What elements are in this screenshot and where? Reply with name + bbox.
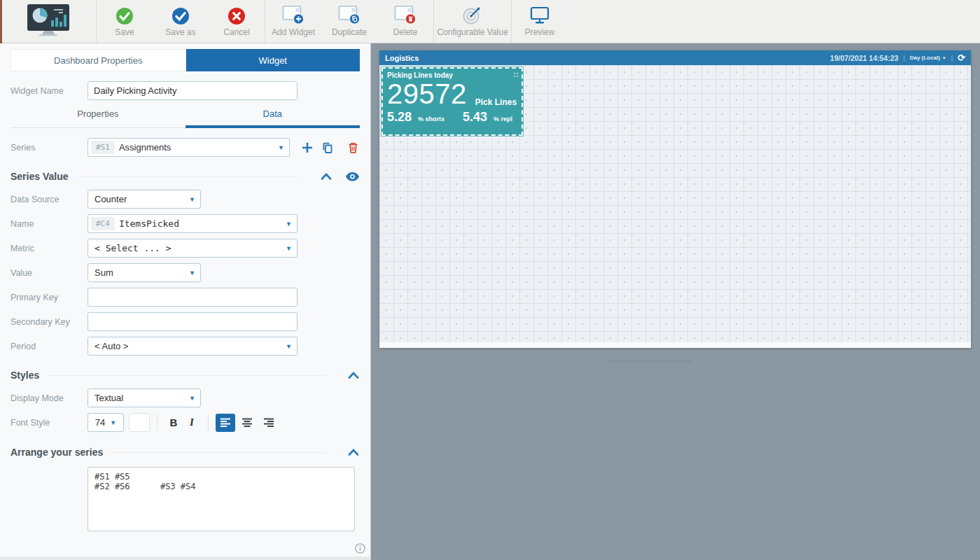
subtab-properties[interactable]: Properties	[10, 108, 186, 128]
stat-label: % shorts	[418, 115, 444, 122]
dashboard-title: Logistics	[385, 54, 419, 62]
tab-dashboard-properties[interactable]: Dashboard Properties	[10, 49, 186, 71]
font-color-swatch[interactable]	[129, 413, 150, 432]
align-center-icon	[241, 418, 253, 428]
widget-title: Picking Lines today	[383, 69, 522, 79]
name-select[interactable]: #C4 ItemsPicked ▼	[88, 214, 298, 233]
header-divider: |	[903, 55, 904, 62]
series-select[interactable]: #S1 Assignments ▼	[88, 138, 290, 157]
dashboard-header-meta: 19/07/2021 14:54:23 | Day (Local) ▼ | ⟳	[830, 53, 965, 62]
app-logo	[0, 0, 96, 43]
visibility-toggle-button[interactable]	[345, 172, 360, 182]
data-source-select[interactable]: Counter ▼	[88, 190, 201, 209]
arrange-series-textarea[interactable]: #S1 #S5 #S2 #S6 #S3 #S4	[88, 467, 355, 531]
display-mode-select[interactable]: Textual ▼	[88, 388, 201, 407]
duplicate-window-copy-icon	[338, 6, 361, 25]
save-button[interactable]: Save	[97, 0, 153, 43]
stat-value: 5.28	[387, 110, 412, 125]
secondary-key-label: Secondary Key	[10, 317, 88, 327]
styles-section-header: Styles	[0, 368, 370, 382]
collapse-arrange-button[interactable]	[347, 448, 360, 456]
period-row: Period < Auto > ▼	[0, 337, 370, 356]
chevron-down-icon: ▼	[942, 56, 946, 60]
period-selector[interactable]: Day (Local) ▼	[910, 55, 946, 61]
name-label: Name	[10, 219, 88, 229]
add-widget-label: Add Widget	[272, 27, 315, 37]
chevron-up-icon	[320, 172, 332, 181]
value-row: Value Sum ▼	[0, 263, 370, 282]
name-row: Name #C4 ItemsPicked ▼	[0, 214, 370, 233]
panel-info-button[interactable]	[355, 543, 365, 554]
font-style-label: Font Style	[10, 418, 88, 428]
primary-key-input[interactable]	[88, 288, 298, 307]
chevron-down-icon: ▼	[286, 220, 292, 227]
chevron-down-icon: ▼	[189, 395, 195, 402]
arrange-section-header: Arrange your series	[0, 445, 370, 459]
name-badge: #C4	[91, 217, 115, 230]
panel-subtabs: Properties Data	[10, 108, 360, 128]
chevron-down-icon: ▼	[286, 245, 292, 252]
chevron-up-icon	[347, 448, 360, 456]
refresh-icon[interactable]: ⟳	[958, 53, 965, 62]
value-select[interactable]: Sum ▼	[88, 263, 201, 282]
italic-button[interactable]: I	[183, 414, 201, 432]
cancel-button[interactable]: Cancel	[209, 0, 265, 43]
section-rule	[48, 375, 326, 376]
copy-series-button[interactable]	[321, 141, 335, 155]
name-select-value: ItemsPicked	[119, 218, 179, 229]
metric-select[interactable]: < Select ... > ▼	[88, 239, 298, 258]
period-label: Period	[10, 342, 88, 351]
save-as-check-icon	[172, 6, 190, 25]
delete-button[interactable]: Delete	[377, 0, 433, 43]
drag-grip-icon[interactable]	[514, 73, 515, 74]
eye-icon	[345, 172, 360, 182]
data-source-row: Data Source Counter ▼	[0, 190, 370, 209]
value-label: Value	[10, 268, 88, 278]
series-row: Series #S1 Assignments ▼	[0, 138, 370, 157]
chevron-down-icon: ▼	[286, 343, 292, 350]
duplicate-button[interactable]: Duplicate	[321, 0, 377, 43]
metric-row: Metric < Select ... > ▼	[0, 239, 370, 258]
delete-series-button[interactable]	[346, 141, 360, 155]
subtab-data[interactable]: Data	[186, 108, 360, 128]
font-size-select[interactable]: 74 ▼	[88, 413, 124, 432]
display-mode-select-value: Textual	[94, 393, 123, 403]
data-source-select-value: Counter	[94, 194, 127, 204]
collapse-styles-button[interactable]	[347, 371, 360, 379]
header-divider: |	[951, 55, 953, 62]
period-selector-value: Day (Local)	[910, 55, 940, 61]
data-source-label: Data Source	[10, 195, 88, 204]
secondary-key-input[interactable]	[88, 312, 298, 331]
series-value-section-header: Series Value	[0, 169, 370, 183]
cancel-label: Cancel	[223, 27, 249, 37]
align-right-button[interactable]	[259, 414, 279, 432]
picking-lines-widget[interactable]: Picking Lines today 29572 Pick Lines 5.2…	[382, 67, 523, 136]
window-edge-strip	[0, 0, 2, 43]
chevron-down-icon: ▼	[278, 144, 284, 151]
chevron-down-icon: ▼	[189, 270, 195, 276]
align-center-button[interactable]	[237, 414, 257, 432]
configurable-value-button[interactable]: Configurable Value	[434, 0, 511, 43]
tab-widget[interactable]: Widget	[186, 49, 360, 71]
preview-label: Preview	[525, 27, 555, 37]
preview-button[interactable]: Preview	[512, 0, 568, 43]
align-left-button[interactable]	[216, 414, 235, 432]
chevron-up-icon	[347, 371, 360, 379]
dashboard-stage: Logistics 19/07/2021 14:54:23 | Day (Loc…	[372, 43, 980, 560]
widget-name-label: Widget Name	[10, 86, 88, 96]
dashboard-canvas[interactable]: Picking Lines today 29572 Pick Lines 5.2…	[379, 65, 971, 342]
period-select[interactable]: < Auto > ▼	[88, 337, 298, 356]
save-as-button[interactable]: Save as	[153, 0, 209, 43]
collapse-series-value-button[interactable]	[320, 172, 332, 181]
dashboard-datetime: 19/07/2021 14:54:23	[830, 54, 899, 62]
add-series-button[interactable]	[300, 141, 314, 155]
stat-value: 5.43	[463, 110, 487, 125]
add-widget-button[interactable]: Add Widget	[265, 0, 321, 43]
align-right-icon	[263, 418, 274, 428]
widget-name-input[interactable]	[88, 81, 298, 100]
dashboard-header: Logistics 19/07/2021 14:54:23 | Day (Loc…	[379, 50, 971, 65]
bold-button[interactable]: B	[164, 414, 183, 432]
styles-title: Styles	[10, 370, 39, 381]
toolbar-divider	[157, 414, 158, 431]
dashboard-scrollbar-track[interactable]	[379, 342, 971, 348]
